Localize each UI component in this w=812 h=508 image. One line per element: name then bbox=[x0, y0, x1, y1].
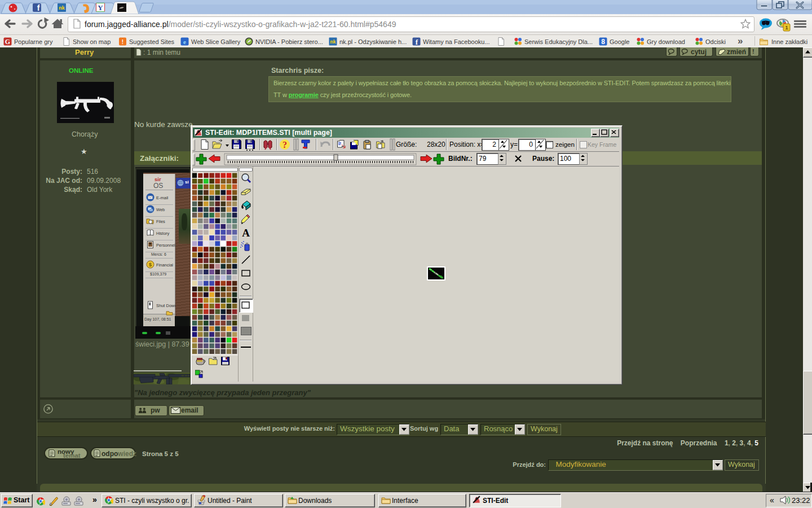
svg-text:e: e bbox=[183, 38, 186, 45]
svg-text:f: f bbox=[37, 3, 40, 12]
svg-text:nk: nk bbox=[59, 5, 65, 11]
svg-text:G: G bbox=[5, 38, 10, 46]
svg-text:!: ! bbox=[122, 39, 123, 45]
svg-text:$: $ bbox=[149, 262, 152, 268]
svg-text:A: A bbox=[242, 227, 250, 238]
svg-text:f: f bbox=[416, 38, 418, 46]
svg-text:1: 1 bbox=[785, 25, 788, 30]
svg-text:8: 8 bbox=[601, 38, 605, 46]
svg-text:Y: Y bbox=[98, 3, 103, 12]
svg-text:?: ? bbox=[283, 140, 287, 150]
svg-text:nk: nk bbox=[330, 39, 336, 45]
